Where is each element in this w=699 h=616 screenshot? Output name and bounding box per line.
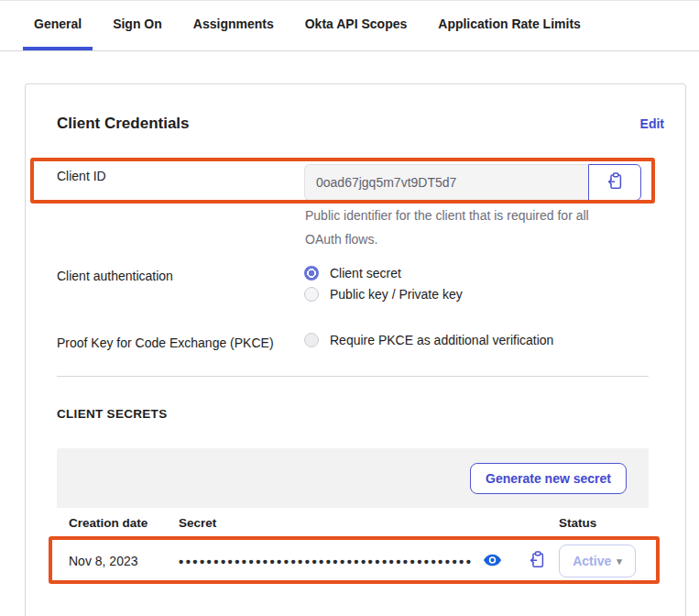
pkce-option-label: Require PKCE as additional verification <box>330 333 553 347</box>
header-secret: Secret <box>179 516 559 530</box>
tab-assignments[interactable]: Assignments <box>182 1 285 50</box>
client-authentication-label: Client authentication <box>57 269 173 283</box>
radio-public-private-key[interactable] <box>304 287 319 302</box>
client-id-input-group <box>304 164 641 201</box>
row-status-cell: Active ▾ <box>559 544 649 578</box>
app-settings-page: General Sign On Assignments Okta API Sco… <box>0 0 699 616</box>
caret-down-icon: ▾ <box>617 556 622 567</box>
secrets-table-header: Creation date Secret Status <box>57 508 649 538</box>
pkce-checkbox[interactable] <box>304 333 319 347</box>
option-public-private-key: Public key / Private key <box>304 287 463 302</box>
row-creation-date: Nov 8, 2023 <box>57 554 179 568</box>
radio-client-secret-label: Client secret <box>330 266 401 280</box>
row-secret-cell: ••••••••••••••••••••••••••••••••••••••••… <box>179 551 559 571</box>
option-client-secret: Client secret <box>304 266 463 280</box>
pkce-label: Proof Key for Code Exchange (PKCE) <box>57 336 274 350</box>
header-creation-date: Creation date <box>57 516 179 530</box>
tab-general[interactable]: General <box>23 1 93 50</box>
client-credentials-card: Client Credentials Edit Client ID Public… <box>25 83 686 616</box>
client-id-input[interactable] <box>304 164 588 201</box>
generate-new-secret-button[interactable]: Generate new secret <box>470 463 627 494</box>
client-authentication-options: Client secret Public key / Private key <box>304 266 463 302</box>
status-label: Active <box>573 554 611 568</box>
table-row: Nov 8, 2023 ••••••••••••••••••••••••••••… <box>57 538 649 584</box>
tab-sign-on[interactable]: Sign On <box>102 1 173 50</box>
tab-bar: General Sign On Assignments Okta API Sco… <box>0 1 699 51</box>
section-title: Client Credentials <box>57 115 190 133</box>
client-id-help-text: Public identifier for the client that is… <box>305 204 628 251</box>
tab-application-rate-limits[interactable]: Application Rate Limits <box>427 1 592 50</box>
copy-client-id-button[interactable] <box>588 164 641 201</box>
client-id-label: Client ID <box>57 169 106 183</box>
client-secrets-toolbar: Generate new secret <box>57 448 649 508</box>
masked-secret: ••••••••••••••••••••••••••••••••••••••••… <box>179 555 473 568</box>
radio-public-private-key-label: Public key / Private key <box>330 287 463 302</box>
reveal-secret-button[interactable] <box>484 554 501 569</box>
edit-link[interactable]: Edit <box>640 116 664 131</box>
clipboard-icon <box>529 551 546 571</box>
eye-icon <box>484 554 501 569</box>
radio-client-secret[interactable] <box>304 266 319 280</box>
header-status: Status <box>559 516 649 530</box>
status-dropdown-button[interactable]: Active ▾ <box>559 544 636 578</box>
tab-okta-api-scopes[interactable]: Okta API Scopes <box>294 1 419 50</box>
client-secrets-title: CLIENT SECRETS <box>57 407 167 421</box>
clipboard-icon <box>606 172 624 192</box>
section-divider <box>57 376 649 377</box>
section-header: Client Credentials Edit <box>57 115 674 133</box>
copy-secret-button[interactable] <box>529 551 546 571</box>
pkce-option-row: Require PKCE as additional verification <box>304 333 553 347</box>
